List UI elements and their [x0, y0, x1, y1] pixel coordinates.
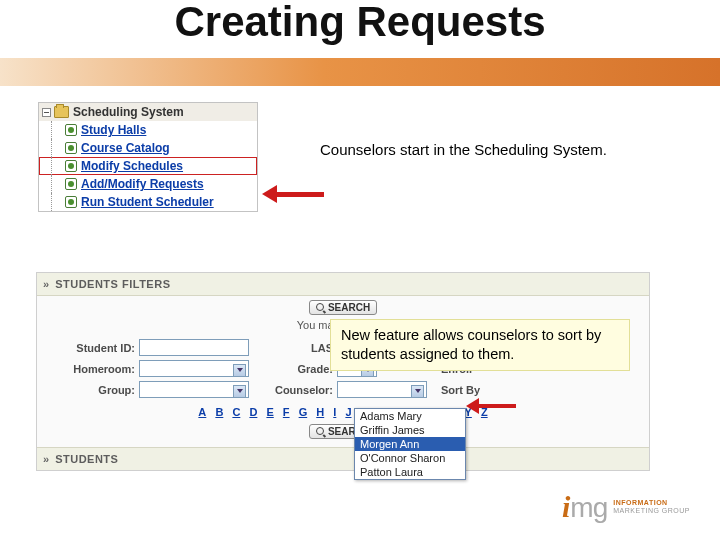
expand-icon[interactable]: » — [43, 453, 47, 465]
filters-title: STUDENTS FILTERS — [55, 278, 170, 290]
img-logo: img INFORMATION MARKETING GROUP — [562, 490, 690, 524]
label-counselor: Counselor: — [253, 384, 333, 396]
folder-icon — [54, 106, 69, 118]
nav-tree: Scheduling System Study Halls Course Cat… — [38, 102, 258, 212]
tree-link[interactable]: Add/Modify Requests — [81, 177, 204, 191]
tree-item-modify-schedules[interactable]: Modify Schedules — [39, 157, 257, 175]
counselor-option[interactable]: O'Connor Sharon — [355, 451, 465, 465]
slide-title: Creating Requests — [0, 0, 720, 46]
students-footer[interactable]: » STUDENTS — [37, 447, 649, 470]
select-homeroom[interactable] — [139, 360, 249, 377]
select-group[interactable] — [139, 381, 249, 398]
alpha-i[interactable]: I — [333, 406, 336, 418]
callout-scheduling-system: Counselors start in the Scheduling Syste… — [310, 137, 617, 162]
filters-header[interactable]: » STUDENTS FILTERS — [37, 273, 649, 296]
alphabet-filter: A B C D E F G H I J K L M N W X Y Z — [45, 406, 641, 418]
counselor-option[interactable]: Patton Laura — [355, 465, 465, 479]
logo-mg: mg — [570, 492, 607, 523]
counselor-option[interactable]: Adams Mary — [355, 409, 465, 423]
counselor-option-selected[interactable]: Morgen Ann — [355, 437, 465, 451]
tree-link[interactable]: Modify Schedules — [81, 159, 183, 173]
collapse-icon[interactable] — [42, 108, 51, 117]
arrow-to-counselor-dropdown — [466, 398, 516, 414]
students-filters-panel: » STUDENTS FILTERS SEARCH You may use En… — [36, 272, 650, 471]
students-footer-label: STUDENTS — [55, 453, 118, 465]
tree-item-add-modify-requests[interactable]: Add/Modify Requests — [39, 175, 257, 193]
alpha-c[interactable]: C — [232, 406, 240, 418]
page-icon — [65, 178, 77, 190]
tree-link[interactable]: Run Student Scheduler — [81, 195, 214, 209]
logo-line1: INFORMATION — [613, 499, 667, 506]
search-icon — [316, 427, 326, 437]
tree-item-course-catalog[interactable]: Course Catalog — [39, 139, 257, 157]
label-student-id: Student ID: — [45, 342, 135, 354]
search-button-top[interactable]: SEARCH — [309, 300, 377, 315]
tree-link[interactable]: Course Catalog — [81, 141, 170, 155]
expand-icon[interactable]: » — [43, 278, 47, 290]
arrow-to-modify-schedules — [262, 185, 324, 203]
input-student-id[interactable] — [139, 339, 249, 356]
tree-item-study-halls[interactable]: Study Halls — [39, 121, 257, 139]
label-sort-by: Sort By — [441, 384, 521, 396]
alpha-b[interactable]: B — [215, 406, 223, 418]
alpha-g[interactable]: G — [299, 406, 308, 418]
alpha-e[interactable]: E — [266, 406, 273, 418]
alpha-j[interactable]: J — [345, 406, 351, 418]
tree-link[interactable]: Study Halls — [81, 123, 146, 137]
label-grade: Grade: — [253, 363, 333, 375]
header-gradient-bar — [0, 58, 720, 86]
label-group: Group: — [45, 384, 135, 396]
callout-new-feature: New feature allows counselors to sort by… — [330, 319, 630, 371]
page-icon — [65, 196, 77, 208]
alpha-d[interactable]: D — [249, 406, 257, 418]
select-counselor[interactable] — [337, 381, 427, 398]
page-icon — [65, 142, 77, 154]
alpha-a[interactable]: A — [198, 406, 206, 418]
search-icon — [316, 303, 326, 313]
page-icon — [65, 124, 77, 136]
label-last: LAS — [253, 342, 333, 354]
counselor-dropdown-list[interactable]: Adams Mary Griffin James Morgen Ann O'Co… — [354, 408, 466, 480]
counselor-option[interactable]: Griffin James — [355, 423, 465, 437]
alpha-h[interactable]: H — [316, 406, 324, 418]
page-icon — [65, 160, 77, 172]
logo-line2: MARKETING GROUP — [613, 507, 690, 514]
alpha-f[interactable]: F — [283, 406, 290, 418]
tree-item-run-student-scheduler[interactable]: Run Student Scheduler — [39, 193, 257, 211]
search-button-label: SEARCH — [328, 302, 370, 313]
tree-root-label: Scheduling System — [73, 105, 184, 119]
tree-root-scheduling-system[interactable]: Scheduling System — [39, 103, 257, 121]
label-homeroom: Homeroom: — [45, 363, 135, 375]
